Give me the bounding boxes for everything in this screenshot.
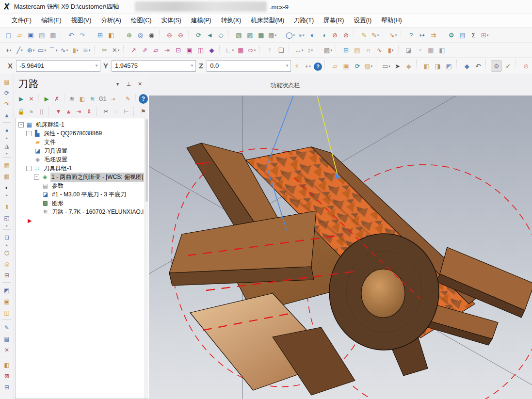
- move-down-button[interactable]: ▼: [54, 107, 63, 116]
- regen-dirty-button[interactable]: ✗: [52, 94, 62, 104]
- menu-item-2[interactable]: 编辑(E): [36, 15, 66, 27]
- stock-display-button[interactable]: ▨▾: [363, 61, 373, 71]
- tree-expander[interactable]: −: [18, 122, 24, 128]
- zoom-out-080-button[interactable]: ⊖: [164, 30, 175, 40]
- backplot-button[interactable]: ≋: [67, 94, 77, 104]
- shaded-materials-button[interactable]: ◑: [319, 30, 329, 40]
- flyout-arrow-2[interactable]: ▸: [6, 151, 8, 156]
- xform-copy-button[interactable]: ⇗: [140, 45, 150, 55]
- solid-box-2-button[interactable]: ▦: [1, 171, 12, 181]
- new-file-button[interactable]: ▢: [3, 30, 14, 40]
- analyze-angle-button-caret[interactable]: ▾: [395, 33, 397, 37]
- menu-item-9[interactable]: 机床类型(M): [246, 15, 289, 27]
- summary-sigma-button[interactable]: Σ: [468, 30, 479, 40]
- toggle-toolpath-display-button[interactable]: ≈: [27, 107, 36, 116]
- tree-label[interactable]: 参数: [51, 181, 64, 191]
- create-rectangle-button[interactable]: ▭▾: [37, 45, 47, 55]
- print-button[interactable]: ▤: [37, 30, 47, 40]
- create-surface-button-caret[interactable]: ▾: [89, 48, 91, 52]
- xform-array-button[interactable]: ▦: [236, 45, 246, 55]
- select-body-button[interactable]: ◨: [433, 61, 443, 71]
- solid-cube-button[interactable]: ▦: [426, 45, 436, 55]
- analyze-dynamic-button[interactable]: ✎▾: [370, 30, 380, 40]
- menu-item-1[interactable]: 文件(F): [7, 15, 36, 27]
- create-cylinder-button-caret[interactable]: ▾: [77, 48, 79, 52]
- flyout-arrow-5[interactable]: ▸: [6, 243, 8, 247]
- tree-label[interactable]: 机床群组-1: [35, 120, 65, 129]
- tree-item[interactable]: ▩图形: [16, 199, 148, 207]
- book-delete-button[interactable]: ✕: [1, 345, 12, 355]
- open-file-button[interactable]: ▱: [15, 30, 25, 40]
- tree-label[interactable]: #1 - M3.00 平底刀 - 3 平底刀: [51, 190, 127, 199]
- close-icon[interactable]: ✕: [135, 79, 145, 89]
- panel-menu-chevron[interactable]: ▾: [113, 79, 123, 89]
- repaint-button[interactable]: ◧: [106, 30, 116, 40]
- xform-stretch-button[interactable]: ◫: [195, 45, 206, 55]
- surface-blob-button[interactable]: ●: [1, 125, 12, 135]
- tree-item[interactable]: ◪刀具设置: [16, 146, 148, 155]
- select-back-button[interactable]: ◩: [444, 61, 454, 71]
- create-fillet-button-caret[interactable]: ▾: [56, 48, 58, 52]
- tree-item[interactable]: ◪#1 - M3.00 平底刀 - 3 平底刀: [16, 190, 148, 199]
- solid-section-button[interactable]: ◧: [437, 45, 447, 55]
- zoom-window-button[interactable]: ⊕: [124, 30, 134, 40]
- select-face-button[interactable]: ◧: [421, 61, 432, 71]
- system-config-button[interactable]: ▤: [457, 30, 468, 40]
- surface-revolve-button[interactable]: ▮▾: [386, 45, 396, 55]
- analyze-distance-button[interactable]: ↦: [417, 30, 427, 40]
- create-fillet-button[interactable]: ⌒▾: [48, 45, 58, 55]
- goto-reference-button[interactable]: ⇨▾: [247, 45, 257, 55]
- surface-flat-button[interactable]: ▤: [352, 45, 362, 55]
- move-up-button[interactable]: ▲: [64, 107, 73, 116]
- tree-item[interactable]: −◈1 - 两曲面之间渐变 - [WCS: 俯视图]: [16, 173, 148, 181]
- fastpoint-button[interactable]: ⚡: [291, 61, 302, 71]
- regen-selected-button[interactable]: ▶: [42, 94, 51, 104]
- unselect-all-ops-button[interactable]: ✕: [27, 94, 36, 104]
- pin-icon[interactable]: ⊥: [124, 79, 134, 89]
- analyze-point-button[interactable]: ?: [406, 30, 416, 40]
- gview-front-button[interactable]: ▨: [245, 30, 255, 40]
- zoom-target-button[interactable]: ◎: [135, 30, 145, 40]
- shaded-mode-button[interactable]: ●▾: [296, 30, 306, 40]
- help-button[interactable]: ?: [314, 63, 322, 71]
- flyout-arrow-1[interactable]: ▸: [6, 136, 8, 140]
- recalc-circle-button[interactable]: ◌: [112, 107, 121, 116]
- tree-scrollbar-thumb[interactable]: [145, 119, 148, 202]
- x-coordinate-input[interactable]: [16, 60, 100, 72]
- tree-item[interactable]: ▤参数: [16, 181, 148, 190]
- insert-after-button[interactable]: ⇥: [74, 107, 83, 116]
- solid-box-1-button[interactable]: ▦: [1, 160, 12, 170]
- xform-translate-button[interactable]: ↗: [129, 45, 139, 55]
- shaded-edges-button[interactable]: ◐: [307, 30, 318, 40]
- create-line-button[interactable]: ╱▾: [15, 45, 25, 55]
- cube-user-button[interactable]: ▣: [1, 296, 12, 306]
- wire-cube-button[interactable]: ⬡: [1, 248, 12, 258]
- tree-label[interactable]: 刀路 - 7.7K - 160702-YELUNXIAO.I: [51, 207, 145, 217]
- solid-shell-button[interactable]: ◔: [415, 45, 425, 55]
- zoom-cube-button[interactable]: ◎: [1, 259, 12, 269]
- select-all-ops-button[interactable]: ▶: [16, 94, 26, 104]
- menu-item-8[interactable]: 转换(X): [216, 15, 246, 27]
- tree-item[interactable]: −▙属性 - QQ2678038869: [16, 129, 148, 138]
- selection-window-button-caret[interactable]: ▾: [389, 64, 391, 68]
- books-edit-button[interactable]: ✎: [1, 322, 12, 333]
- rotate-clipboard-button[interactable]: ⟳: [1, 88, 12, 98]
- dim-horizontal-button-caret[interactable]: ▾: [302, 48, 304, 52]
- settings-gears-button[interactable]: ⚙: [446, 30, 456, 40]
- cube-remove-button[interactable]: ⊠: [1, 371, 12, 381]
- select-polygon-button[interactable]: ▱: [330, 61, 340, 71]
- plane-a-button[interactable]: ◮: [1, 141, 12, 151]
- no-hidden-1-button[interactable]: ⊘: [330, 30, 340, 40]
- tree-label[interactable]: 文件: [43, 138, 57, 147]
- interrupt-button[interactable]: ⊘: [521, 61, 531, 71]
- highfeed-button[interactable]: ⇥: [108, 94, 117, 104]
- lock-button[interactable]: 🔒: [16, 107, 26, 116]
- select-solid-check-button[interactable]: ◆: [403, 61, 414, 71]
- gear-toggle-button[interactable]: ⚙: [491, 60, 502, 72]
- undo-selection-button[interactable]: ↶: [473, 61, 483, 71]
- surface-dome-button[interactable]: ∩: [363, 45, 373, 55]
- menu-item-3[interactable]: 视图(V): [66, 15, 97, 27]
- y-coordinate-input[interactable]: [112, 60, 196, 72]
- tree-label[interactable]: 图形: [51, 199, 64, 208]
- cube-add-button[interactable]: ⊞: [1, 382, 12, 392]
